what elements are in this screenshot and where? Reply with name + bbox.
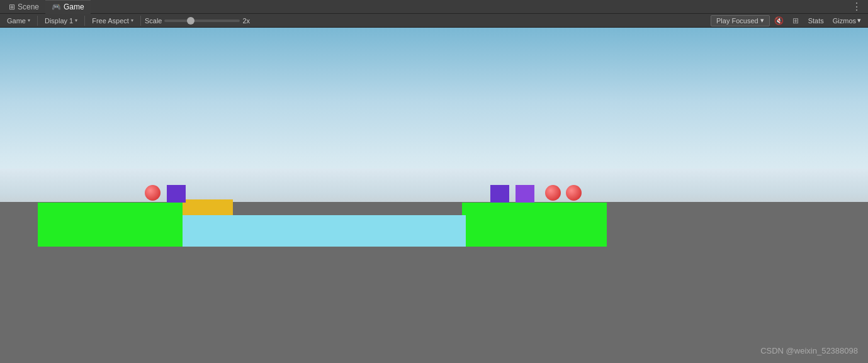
game-dropdown[interactable]: Game ▾ <box>4 15 33 26</box>
tab-scene[interactable]: ⊞ Scene <box>3 0 45 14</box>
sphere-red-right2 <box>566 185 582 201</box>
aspect-dropdown-arrow: ▾ <box>131 18 133 23</box>
tab-game[interactable]: 🎮 Game <box>45 0 91 14</box>
platform-left <box>38 203 183 247</box>
scale-label: Scale <box>145 17 162 25</box>
bridge-platform <box>183 215 466 247</box>
sphere-red-right1 <box>545 185 561 201</box>
gizmos-arrow: ▾ <box>857 16 861 25</box>
play-focused-label: Play Focused <box>716 17 758 25</box>
cube-purple-left <box>167 185 186 203</box>
stats-button[interactable]: Stats <box>805 15 827 26</box>
game-icon: 🎮 <box>52 3 61 11</box>
toolbar: Game ▾ Display 1 ▾ Free Aspect ▾ Scale 2… <box>0 14 868 28</box>
tab-scene-label: Scene <box>18 3 39 11</box>
stats-label: Stats <box>808 17 824 25</box>
play-focused-button[interactable]: Play Focused ▾ <box>711 15 770 26</box>
gizmos-label: Gizmos <box>833 17 856 25</box>
tab-game-label: Game <box>64 3 84 11</box>
cube-purple-right1 <box>490 185 509 203</box>
mute-icon: 🔇 <box>774 16 784 25</box>
display-dropdown-label: Display 1 <box>45 17 73 25</box>
watermark: CSDN @weixin_52388098 <box>760 346 858 355</box>
aspect-dropdown[interactable]: Free Aspect ▾ <box>89 15 137 26</box>
tab-bar: ⊞ Scene 🎮 Game ⋮ <box>0 0 868 14</box>
scale-value: 2x <box>242 17 255 25</box>
play-focused-arrow: ▾ <box>760 16 764 25</box>
sep1 <box>37 16 38 26</box>
mute-button[interactable]: 🔇 <box>772 15 786 26</box>
aspect-dropdown-label: Free Aspect <box>92 17 129 25</box>
sphere-red-left <box>145 185 161 201</box>
grid-icon: ⊞ <box>792 16 799 25</box>
sep2 <box>84 16 85 26</box>
scale-slider[interactable] <box>164 20 240 22</box>
ramp-object <box>183 199 233 215</box>
platform-right <box>462 203 607 247</box>
cube-purple-right2 <box>516 185 534 203</box>
grid-button[interactable]: ⊞ <box>789 15 803 26</box>
scene-icon: ⊞ <box>9 3 15 11</box>
watermark-text: CSDN @weixin_52388098 <box>760 346 858 355</box>
gizmos-button[interactable]: Gizmos ▾ <box>830 15 864 26</box>
sep3 <box>140 16 141 26</box>
game-dropdown-arrow: ▾ <box>28 18 30 23</box>
game-dropdown-label: Game <box>7 17 26 25</box>
display-dropdown[interactable]: Display 1 ▾ <box>42 15 81 26</box>
scale-control: Scale 2x <box>145 17 256 25</box>
display-dropdown-arrow: ▾ <box>75 18 77 23</box>
tab-more-button[interactable]: ⋮ <box>848 1 865 13</box>
game-viewport: CSDN @weixin_52388098 <box>0 28 868 363</box>
